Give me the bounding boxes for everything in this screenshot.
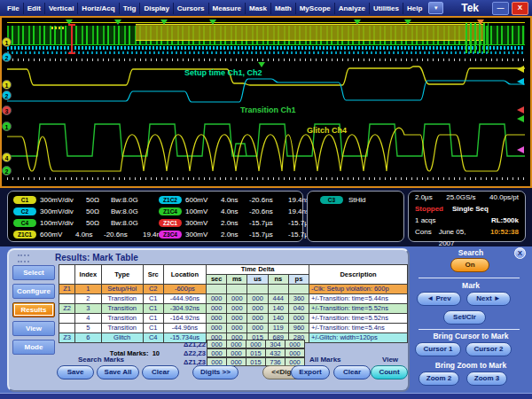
- menu-item-mask[interactable]: Mask: [246, 3, 271, 14]
- tek-logo: Tek: [461, 2, 479, 14]
- next-mark-button[interactable]: Next ►: [466, 292, 511, 306]
- count-button[interactable]: Count: [371, 365, 408, 379]
- ch1-overview-handle[interactable]: 1: [2, 37, 12, 47]
- math-level-arrow: [517, 146, 524, 153]
- ch2-handle[interactable]: 2: [2, 90, 12, 100]
- col-location: Location: [163, 265, 206, 285]
- c2-impedance: 50Ω: [86, 207, 111, 215]
- menu-item-myscope[interactable]: MyScope: [296, 3, 335, 14]
- readout-value: -15.7µs: [249, 219, 288, 227]
- col-ms: ms: [227, 275, 247, 285]
- readout-row-c3[interactable]: C3 StHld: [308, 192, 403, 204]
- acquisition-status-box: 2.0µs 25.0GS/s 40.0ps/pt Stopped Single …: [408, 191, 526, 242]
- search-mark-triangle[interactable]: [114, 20, 121, 25]
- prev-mark-button[interactable]: ◄ Prev: [417, 292, 461, 306]
- ch2-overview-handle[interactable]: 2: [2, 52, 12, 62]
- menu-item-math[interactable]: Math: [271, 3, 296, 14]
- clear-all-marks-button[interactable]: Clear: [333, 365, 371, 379]
- tab-configure[interactable]: Configure: [12, 284, 55, 299]
- table-row[interactable]: 4 TransitionC1 -164.92ns 000000 000140 0…: [59, 314, 408, 324]
- readout-value: 4.0ns: [75, 231, 104, 239]
- close-button[interactable]: X: [512, 2, 528, 15]
- readout-row-c4[interactable]: C4 100mV/div 50Ω Bw:8.0G: [13, 217, 162, 229]
- search-mark-triangle[interactable]: [404, 20, 411, 25]
- clear-search-marks-button[interactable]: Clear: [142, 365, 179, 379]
- table-row[interactable]: Z11 Setup/HolC2 -600ps -Clk: Setup viola…: [59, 285, 408, 294]
- table-row[interactable]: 5 TransitionC1 -44.96ns 000000 000119 96…: [59, 324, 408, 333]
- tab-results[interactable]: Results: [12, 302, 55, 317]
- c3-label: StHld: [348, 196, 366, 204]
- readout-row-c2[interactable]: C2 300mV/div 50Ω Bw:8.0G: [13, 206, 162, 217]
- z1c4-tag: Z1C4: [159, 207, 182, 215]
- export-button[interactable]: Export: [291, 365, 330, 379]
- search-mark-triangle[interactable]: [160, 20, 168, 25]
- bottom-strip: [0, 393, 532, 399]
- menu-item-trig[interactable]: Trig: [120, 3, 141, 14]
- cursor2-button[interactable]: Cursor 2: [466, 342, 512, 356]
- panel-close-icon[interactable]: X: [514, 247, 526, 259]
- table-row[interactable]: Z23 TransitionC1 -304.92ns 000000 000140…: [59, 304, 408, 314]
- cursor1-button[interactable]: Cursor 1: [415, 342, 461, 356]
- zoom3-button[interactable]: Zoom 3: [466, 372, 507, 386]
- digits-forward-button[interactable]: Digits >>: [192, 365, 239, 379]
- tab-view[interactable]: View: [12, 321, 55, 336]
- ch3-handle[interactable]: 3: [2, 106, 12, 115]
- set-clear-mark-button[interactable]: Set/Clr: [443, 310, 486, 325]
- c1-impedance: 50Ω: [86, 196, 111, 204]
- readout-row-z1c1[interactable]: Z1C1 600mV 4.0ns -20.6ns 19.4ns: [13, 229, 162, 240]
- search-on-button[interactable]: On: [450, 258, 489, 272]
- menu-item-cursors[interactable]: Cursors: [174, 3, 209, 14]
- waveform-display: Setup time Ch1, Ch2 Transition Ch1 Glitc…: [0, 16, 532, 188]
- ch1-trace: [7, 66, 525, 85]
- zoom-ch1-handle[interactable]: 1: [2, 121, 12, 131]
- c4-tag: C4: [13, 219, 36, 227]
- zoom-region-band[interactable]: [136, 24, 483, 41]
- zoom2-button[interactable]: Zoom 2: [419, 372, 459, 386]
- menu-item-measure[interactable]: Measure: [209, 3, 246, 14]
- trigger-marker-triangle[interactable]: [477, 20, 484, 25]
- results-dialog: Results: Mark Table Select Configure Res…: [7, 248, 410, 392]
- menu-item-vertical[interactable]: Vertical: [45, 3, 78, 14]
- reference-marker[interactable]: [71, 24, 73, 54]
- save-button[interactable]: Save: [57, 365, 94, 379]
- readout-row-c1[interactable]: C1 300mV/div 50Ω Bw:8.0G: [13, 194, 162, 206]
- readout-row-z2c1[interactable]: Z2C1 300mV 2.0ns -15.7µs -15.7µs: [159, 217, 308, 229]
- ch1-handle[interactable]: 1: [2, 80, 12, 90]
- search-marks-label: Search Marks: [78, 356, 124, 364]
- search-panel: Search X On Mark ◄ Prev Next ► Set/Clr B…: [410, 246, 532, 394]
- glitch-label: Glitch Ch4: [307, 126, 347, 135]
- menu-item-file[interactable]: File: [4, 3, 24, 14]
- readout-value: -20.6ns: [249, 196, 288, 204]
- menu-overflow-button[interactable]: ▼: [428, 2, 443, 14]
- save-all-button[interactable]: Save All: [97, 365, 139, 379]
- z3c4-tag: Z3C4: [159, 231, 182, 239]
- dialog-grip[interactable]: [18, 254, 29, 262]
- waveform-traces: Setup time Ch1, Ch2 Transition Ch1 Glitc…: [7, 62, 525, 177]
- search-mark-triangle[interactable]: [354, 20, 361, 25]
- trigger-position-icon: [258, 62, 265, 67]
- menu-item-display[interactable]: Display: [140, 3, 173, 14]
- horizontal-scale: 2.0µs: [415, 192, 433, 203]
- readout-value: 100mV: [185, 207, 221, 215]
- col-index: Index: [75, 265, 102, 285]
- menu-item-help[interactable]: Help: [403, 3, 426, 14]
- tab-select[interactable]: Select: [12, 265, 55, 280]
- readout-row-z1c4[interactable]: Z1C4 100mV 4.0ns -20.6ns 19.4ns: [159, 206, 308, 217]
- zoom-ch4-handle[interactable]: 2: [2, 166, 12, 176]
- menu-item-analyze[interactable]: Analyze: [335, 3, 370, 14]
- readout-row-z1c2[interactable]: Z1C2 600mV 4.0ns -20.6ns 19.4ns: [159, 194, 308, 206]
- menu-item-edit[interactable]: Edit: [24, 3, 45, 14]
- ch4-level-arrow: [517, 115, 524, 122]
- graticule-ruler-bottom: [7, 177, 525, 180]
- minimize-button[interactable]: —: [492, 2, 509, 15]
- col-sec: sec: [207, 275, 227, 285]
- ch4-handle[interactable]: 4: [2, 153, 12, 162]
- bring-zoom-label: Bring Zoom to Mark: [410, 361, 532, 370]
- search-mark-triangle[interactable]: [209, 20, 216, 25]
- tab-mode[interactable]: Mode: [12, 340, 55, 355]
- menu-item-utilities[interactable]: Utilities: [370, 3, 403, 14]
- delta-z1z2-label: ΔZ1,Z2: [172, 340, 207, 348]
- table-row[interactable]: 2 TransitionC1 -444.96ns 000000 000444 3…: [59, 294, 408, 304]
- readout-row-z3c4[interactable]: Z3C4 300mV 2.0ns -15.7µs -15.7µs: [159, 229, 308, 240]
- menu-item-horizacq[interactable]: Horiz/Acq: [78, 3, 119, 14]
